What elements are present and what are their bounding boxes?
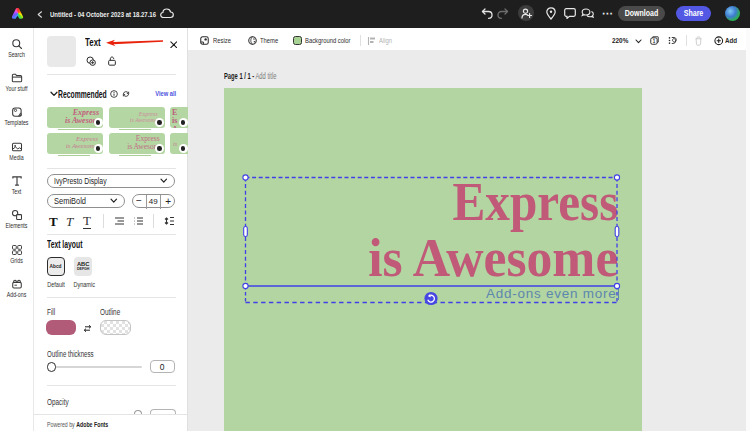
svg-text:Abcd: Abcd (50, 264, 62, 269)
svg-text:1: 1 (653, 39, 656, 44)
svg-text:DEFGH: DEFGH (77, 267, 90, 271)
